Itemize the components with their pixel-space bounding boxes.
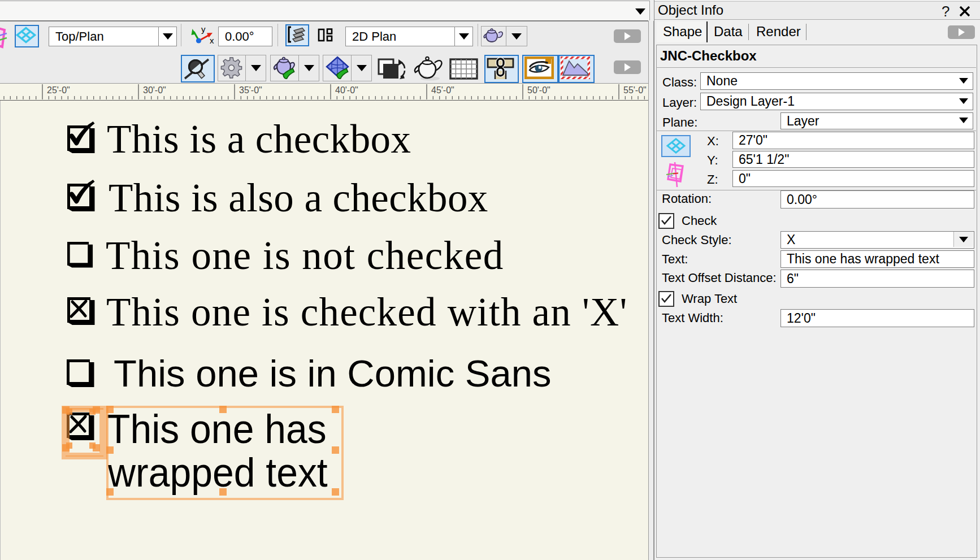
svg-text:y: y: [201, 26, 206, 34]
svg-text:x: x: [210, 36, 214, 45]
